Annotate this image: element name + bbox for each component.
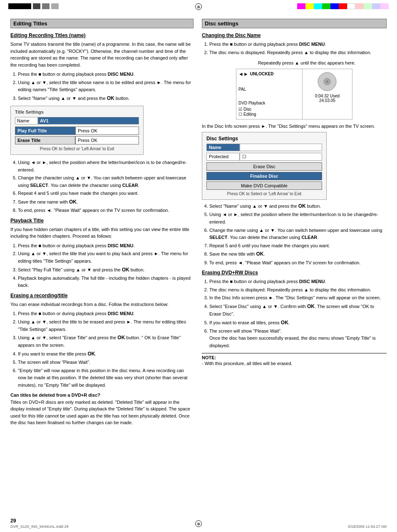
list-item: Save the new name with OK.: [18, 198, 194, 206]
erasing-recording-heading: Erasing a recording/title: [10, 293, 194, 298]
list-item: The disc menu is displayed. Repeatedly p…: [209, 49, 387, 57]
playback-title-intro: If you have hidden certain chapters of a…: [10, 226, 194, 240]
note-section: NOTE: - With this procedure, all titles …: [202, 353, 387, 367]
list-item: Select "Erase Disc" using ▲ or ▼. Confir…: [209, 303, 387, 318]
make-dvd-compatible-btn[interactable]: Make DVD Compatible: [206, 181, 322, 190]
note-text: - With this procedure, all titles will b…: [202, 360, 387, 367]
erase-disc-btn[interactable]: Erase Disc: [206, 162, 322, 171]
editing-recording-intro: Some TV stations transmit the title (nam…: [10, 41, 194, 68]
list-item: Using ◄ or ►, select the position where …: [18, 159, 194, 174]
disc-diagram: ◄► UNLOCKED PAL DVD Playback ☑ Disc ☐ Ed…: [236, 69, 352, 119]
list-item: Using ▲ or ▼, select the title whose nam…: [18, 79, 194, 94]
disc-dvd-playback: DVD Playback: [238, 101, 300, 105]
title-settings-box: Title Settings Name AV1 Play Full Title …: [10, 106, 144, 155]
disc-check-row: ☑ Disc: [238, 107, 300, 112]
page-number: 29: [10, 518, 16, 524]
editing-check-symbol: ☐: [238, 112, 242, 117]
list-item: Select "Name" using ▲ or ▼ and press the…: [18, 94, 194, 102]
ds-name-row: Name: [206, 144, 322, 151]
disc-left-panel: ◄► UNLOCKED PAL DVD Playback ☑ Disc ☐ Ed…: [236, 69, 303, 119]
list-item: Press the ■ button or during playback pr…: [18, 310, 194, 318]
editing-check-row: ☐ Editing: [238, 112, 300, 117]
disc-settings-heading: Disc settings: [202, 19, 387, 28]
list-item: Playback begins automatically. The full …: [18, 275, 194, 289]
left-column: Editing Titles Editing Recording Titles …: [10, 19, 194, 429]
playback-title-heading: Playback Title: [10, 218, 194, 224]
list-item: "Empty title" will now appear in this po…: [18, 367, 194, 389]
disc-checkboxes: ☑ Disc ☐ Editing: [238, 107, 300, 117]
list-item: Select "Name" using ▲ or ▼ and press the…: [209, 202, 387, 210]
disc-pal: PAL: [238, 87, 300, 92]
list-item: Press the ■ button or during playback pr…: [18, 71, 194, 78]
disc-name-steps-4-9: Select "Name" using ▲ or ▼ and press the…: [209, 202, 387, 266]
editing-recording-steps-4-8: Using ◄ or ►, select the position where …: [18, 159, 194, 214]
list-item: The disc menu is displayed. Repeatedly p…: [209, 286, 387, 294]
list-item: In the Disc Info screen press ►. The "Di…: [209, 294, 387, 302]
ds-protected-row: Protected ☐: [206, 153, 322, 161]
list-item: Using ▲ or ▼, select the title to be era…: [18, 318, 194, 333]
list-item: Repeat 4 and 5 until you have made the c…: [18, 190, 194, 197]
erase-title-btn[interactable]: Erase Title: [15, 136, 75, 144]
list-item: Change the character using ▲ or ▼. You c…: [18, 174, 194, 189]
sub-question-heading: Can titles be deleted from a DVD+R disc?: [10, 393, 194, 398]
list-item: Using ▲ or ▼, select the title that you …: [18, 250, 194, 265]
disc-settings-box: Disc Settings Name Protected ☐ Erase Dis…: [202, 132, 327, 200]
erasing-dvd-steps: Press the ■ button or during playback pr…: [209, 278, 387, 350]
disc-settings-note: Press OK to Select or 'Left Arrow' to Ex…: [206, 191, 322, 196]
finalise-disc-btn[interactable]: Finalise Disc: [206, 172, 322, 180]
right-column: Disc settings Changing the Disc Name Pre…: [202, 19, 387, 429]
erasing-recording-intro: You can erase individual recordings from…: [10, 301, 194, 308]
disc-check-disc: Disc: [243, 107, 251, 112]
list-item: Change the name using ▲ or ▼. You can sw…: [209, 227, 387, 241]
ds-protected-label: Protected: [206, 153, 240, 161]
list-item: Press the ■ button or during playback pr…: [18, 242, 194, 250]
erasing-recording-steps: Press the ■ button or during playback pr…: [18, 310, 194, 389]
editing-recording-steps-1-3: Press the ■ button or during playback pr…: [18, 71, 194, 102]
press-ok-erase-label: Press OK: [75, 136, 139, 144]
list-item: The screen will show "Please Wait".: [18, 359, 194, 366]
sub-question-text: Titles on DVD+R discs are only marked as…: [10, 399, 194, 426]
ds-name-value: [240, 144, 322, 151]
list-item: The screen will show "Please Wait".Once …: [209, 328, 387, 350]
disc-name-steps-1-2: Press the ■ button or during playback pr…: [209, 41, 387, 56]
play-icon: ◄►: [238, 71, 248, 77]
editing-check-label: Editing: [243, 112, 256, 117]
disc-date: 24.03.05: [319, 98, 335, 103]
list-item: Repeat 5 and 6 until you have made the c…: [209, 242, 387, 250]
list-item: To end, press ◄. "Please Wait" appears o…: [209, 259, 387, 267]
note-label: NOTE:: [202, 355, 216, 360]
list-item: Select "Play Full Title" using ▲ or ▼ an…: [18, 266, 194, 274]
unlocked-text: UNLOCKED: [250, 72, 274, 76]
disc-check-symbol: ☑: [238, 107, 242, 112]
name-row: Name AV1: [15, 117, 139, 124]
list-item: If you want to erase all titles, press O…: [209, 319, 387, 327]
bottom-reg-mark: ⊕: [195, 520, 202, 527]
reg-mark-top: ⊕: [195, 3, 202, 10]
top-color-bar: [297, 3, 389, 9]
title-settings-note: Press OK to Select or 'Left Arrow' to Ex…: [15, 147, 139, 151]
disc-settings-title: Disc Settings: [206, 136, 322, 142]
press-ok-label: Press OK: [75, 127, 139, 135]
list-item: Press the ■ button or during playback pr…: [209, 278, 387, 286]
title-settings-label: Title Settings: [15, 109, 139, 114]
play-full-title-row: Play Full Title Press OK: [15, 127, 139, 135]
repeatedly-press-note: Repeatedly press ▲ until the disc appear…: [227, 60, 387, 67]
play-full-title-btn[interactable]: Play Full Title: [15, 127, 75, 135]
main-content: Editing Titles Editing Recording Titles …: [0, 0, 397, 437]
changing-disc-name-heading: Changing the Disc Name: [202, 32, 387, 38]
ds-protected-check: ☐: [240, 153, 322, 161]
list-item: To end, press ◄. "Please Wait" appears o…: [18, 207, 194, 214]
editing-titles-heading: Editing Titles: [10, 19, 194, 28]
name-value: AV1: [38, 117, 139, 124]
bottom-file-info-left: DVR_S120_INS_MANUAL.indd 29: [10, 525, 69, 529]
list-item: Using ◄ or ►, select the position where …: [209, 211, 387, 226]
disc-settings-step3: In the Disc Info screen press ►. The "Di…: [202, 123, 387, 130]
list-item: Save the new title with OK.: [209, 250, 387, 258]
erasing-dvd-heading: Erasing DVD+RW Discs: [202, 270, 387, 276]
playback-title-steps: Press the ■ button or during playback pr…: [18, 242, 194, 289]
erase-title-row: Erase Title Press OK: [15, 136, 139, 144]
list-item: Using ▲ or ▼, select "Erase Title" and p…: [18, 334, 194, 349]
list-item: If you want to erase the title press OK.: [18, 350, 194, 358]
ds-name-label: Name: [206, 144, 240, 151]
bottom-file-info-right: 5/19/2005 11:54:27 AM: [348, 525, 387, 529]
